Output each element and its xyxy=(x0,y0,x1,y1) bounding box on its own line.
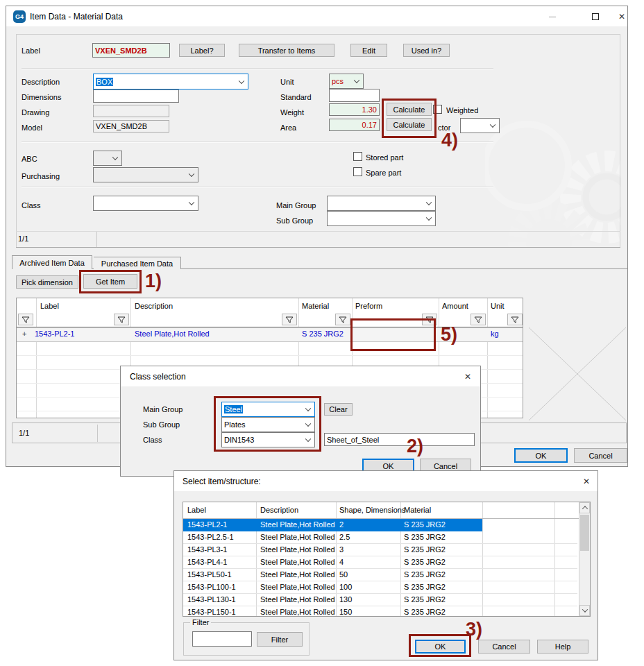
table-row[interactable]: 1543-PL150-1 Steel Plate,Hot Rolled 150 … xyxy=(183,606,577,616)
scroll-down-button[interactable] xyxy=(579,605,590,616)
label-field[interactable] xyxy=(92,43,170,58)
vertical-scrollbar[interactable] xyxy=(579,502,590,616)
column-divider xyxy=(36,298,37,418)
scrollbar-thumb[interactable] xyxy=(580,515,589,551)
cell-shape: 4 xyxy=(339,558,344,566)
cell-material: S 235 JRG2 xyxy=(404,520,446,529)
tab-archived-item-data[interactable]: Archived Item Data xyxy=(12,255,92,269)
select-item-dialog: Select item/structure: ✕ Label Descripti… xyxy=(173,470,598,660)
close-button[interactable]: ✕ xyxy=(616,11,627,22)
filter-input[interactable] xyxy=(192,631,252,647)
chevron-down-icon[interactable] xyxy=(112,155,118,160)
label-help-button[interactable]: Label? xyxy=(179,44,225,57)
purchasing-caption: Purchasing xyxy=(22,172,60,180)
minimize-button[interactable] xyxy=(547,11,558,22)
close-button[interactable]: ✕ xyxy=(462,371,473,382)
main-group-combobox[interactable] xyxy=(327,196,436,211)
filter-funnel-button[interactable] xyxy=(18,314,33,325)
standard-field[interactable] xyxy=(329,89,380,102)
cell-label: 1543-PL50-1 xyxy=(187,570,232,579)
filter-funnel-button[interactable] xyxy=(282,314,297,325)
chevron-down-icon[interactable] xyxy=(490,122,495,128)
table-row[interactable]: 1543-PL50-1 Steel Plate,Hot Rolled 50 S … xyxy=(183,569,577,581)
cell-shape: 50 xyxy=(339,570,348,579)
filter-funnel-button[interactable] xyxy=(507,314,523,325)
ok-button[interactable]: OK xyxy=(514,448,568,463)
column-header-description[interactable]: Description xyxy=(135,302,173,310)
purchasing-combobox[interactable] xyxy=(93,167,198,182)
table-row[interactable]: 1543-PL2.5-1 Steel Plate,Hot Rolled 2.5 … xyxy=(183,531,577,544)
cancel-button[interactable]: Cancel xyxy=(574,448,627,463)
sub-group-caption: Sub Group xyxy=(276,216,313,225)
annotation-box-4 xyxy=(382,99,437,138)
class-combobox[interactable] xyxy=(93,196,198,211)
sub-group-combobox[interactable] xyxy=(327,211,436,226)
clear-button[interactable]: Clear xyxy=(324,403,353,416)
chevron-down-icon[interactable] xyxy=(189,171,194,177)
table-row[interactable]: 1543-PL4-1 Steel Plate,Hot Rolled 4 S 23… xyxy=(183,556,577,569)
row-label[interactable]: 1543-PL2-1 xyxy=(35,330,75,338)
maximize-button[interactable] xyxy=(590,11,601,22)
table-row-selected[interactable]: 1543-PL2-1 Steel Plate,Hot Rolled 2 S 23… xyxy=(183,519,482,531)
column-header-label[interactable]: Label xyxy=(40,302,59,310)
row-material: S 235 JRG2 xyxy=(302,330,344,338)
description-combobox[interactable]: BOX xyxy=(93,74,248,89)
filter-group-legend: Filter xyxy=(190,618,211,626)
column-header-material[interactable]: Material xyxy=(404,506,431,514)
abc-combobox[interactable] xyxy=(93,151,122,166)
tab-purchased-item-data[interactable]: Purchased Item Data xyxy=(94,257,181,269)
cell-description: Steel Plate,Hot Rolled xyxy=(260,545,335,554)
standard-caption: Standard xyxy=(280,93,312,101)
column-header-material[interactable]: Material xyxy=(302,302,329,310)
class-name-field[interactable] xyxy=(324,433,475,446)
model-caption: Model xyxy=(22,123,42,132)
abc-caption: ABC xyxy=(22,155,37,163)
cell-label: 1543-PL2.5-1 xyxy=(187,533,234,541)
cell-description: Steel Plate,Hot Rolled xyxy=(260,558,335,566)
annotation-label-4: 4) xyxy=(441,130,458,151)
column-header-amount[interactable]: Amount xyxy=(442,302,468,310)
chevron-down-icon xyxy=(582,606,587,612)
spare-part-checkbox[interactable] xyxy=(353,167,362,176)
filter-funnel-button[interactable] xyxy=(471,314,486,325)
used-in-button[interactable]: Used in? xyxy=(403,44,450,57)
filter-funnel-button[interactable] xyxy=(335,314,350,325)
description-value: BOX xyxy=(96,78,113,86)
annotation-box-5 xyxy=(350,318,436,351)
chevron-down-icon[interactable] xyxy=(189,200,194,205)
row-expander[interactable]: + xyxy=(22,330,26,338)
column-header-preform[interactable]: Preform xyxy=(355,302,382,310)
area-field: 0.17 xyxy=(329,119,380,131)
cell-material: S 235 JRG2 xyxy=(404,608,446,616)
column-header-unit[interactable]: Unit xyxy=(491,302,505,310)
pager-cell-divider xyxy=(96,232,97,247)
factor-combobox[interactable] xyxy=(460,118,500,133)
weight-caption: Weight xyxy=(280,108,304,117)
transfer-to-items-button[interactable]: Transfer to Items xyxy=(239,44,334,57)
column-header-shape[interactable]: Shape, Dimensions xyxy=(339,506,405,514)
table-row[interactable]: 1543-PL3-1 Steel Plate,Hot Rolled 3 S 23… xyxy=(183,544,577,556)
stored-part-checkbox[interactable] xyxy=(353,152,362,161)
close-icon: ✕ xyxy=(464,372,471,382)
filter-button[interactable]: Filter xyxy=(257,632,303,647)
column-header-label[interactable]: Label xyxy=(187,506,206,514)
chevron-down-icon[interactable] xyxy=(426,215,432,221)
dimensions-field[interactable] xyxy=(93,89,179,103)
chevron-down-icon[interactable] xyxy=(426,200,432,205)
annotation-label-3: 3) xyxy=(466,619,482,640)
table-row[interactable]: 1543-PL100-1 Steel Plate,Hot Rolled 100 … xyxy=(183,581,577,594)
filter-funnel-icon xyxy=(285,316,294,324)
chevron-down-icon[interactable] xyxy=(354,78,359,83)
column-header-description[interactable]: Description xyxy=(260,506,298,514)
close-button[interactable]: ✕ xyxy=(581,476,592,487)
scroll-up-button[interactable] xyxy=(579,502,590,513)
table-row[interactable]: 1543-PL130-1 Steel Plate,Hot Rolled 130 … xyxy=(183,594,577,606)
help-button[interactable]: Help xyxy=(537,640,588,654)
pick-dimension-button[interactable]: Pick dimension xyxy=(16,275,78,289)
cell-description: Steel Plate,Hot Rolled xyxy=(260,608,335,616)
unit-combobox[interactable]: pcs xyxy=(329,74,364,89)
chevron-down-icon[interactable] xyxy=(239,78,244,83)
cancel-button[interactable]: Cancel xyxy=(478,640,530,654)
filter-funnel-button[interactable] xyxy=(114,314,129,325)
edit-button[interactable]: Edit xyxy=(350,44,387,57)
